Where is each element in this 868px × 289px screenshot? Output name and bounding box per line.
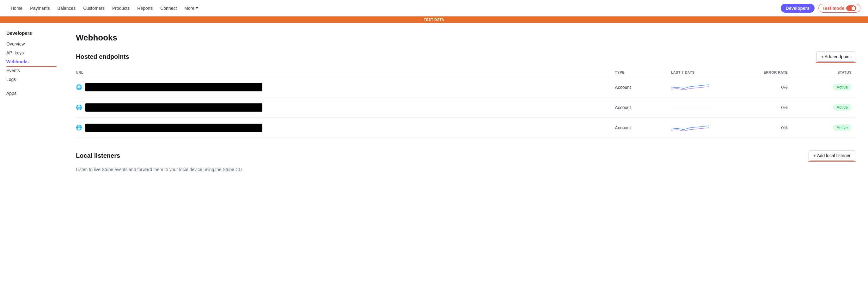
nav-balances[interactable]: Balances: [54, 4, 79, 13]
table-row[interactable]: 🌐 Account 0%: [76, 77, 855, 97]
globe-icon: 🌐: [76, 104, 82, 110]
test-data-banner: TEST DATA: [0, 17, 868, 23]
status-cell: Active: [792, 77, 855, 97]
error-rate-cell: 0%: [713, 97, 792, 118]
url-cell: 🌐: [76, 77, 615, 97]
status-cell: Active: [792, 97, 855, 118]
nav-right: Developers Test mode: [781, 4, 860, 13]
sidebar-item-logs[interactable]: Logs: [0, 75, 63, 84]
sparkline-chart: [671, 102, 709, 112]
sidebar-item-webhooks[interactable]: Webhooks: [0, 57, 63, 66]
table-row[interactable]: 🌐 Account 0%: [76, 118, 855, 138]
local-listeners-description: Listen to live Stripe events and forward…: [76, 167, 855, 172]
developers-button[interactable]: Developers: [781, 4, 814, 13]
url-bar-redacted: [85, 124, 262, 132]
local-listeners-section: Local listeners + Add local listener Lis…: [76, 150, 855, 172]
sidebar-item-events[interactable]: Events: [0, 66, 63, 75]
sidebar-item-apps[interactable]: Apps: [0, 89, 63, 98]
status-badge: Active: [833, 84, 851, 90]
local-listeners-title: Local listeners: [76, 152, 120, 160]
nav-payments[interactable]: Payments: [27, 4, 53, 13]
nav-more[interactable]: More: [181, 4, 202, 13]
status-badge: Active: [833, 124, 851, 131]
table-row[interactable]: 🌐 Account 0% Active: [76, 97, 855, 118]
nav-connect[interactable]: Connect: [157, 4, 180, 13]
nav-customers[interactable]: Customers: [80, 4, 108, 13]
test-mode-toggle[interactable]: Test mode: [818, 4, 860, 13]
sidebar-item-api-keys[interactable]: API keys: [0, 48, 63, 57]
hosted-endpoints-section: Hosted endpoints + Add endpoint URL TYPE…: [76, 52, 855, 138]
error-rate-cell: 0%: [713, 77, 792, 97]
url-cell: 🌐: [76, 97, 615, 118]
col-last7days: LAST 7 DAYS: [671, 68, 713, 77]
col-url: URL: [76, 68, 615, 77]
nav-home[interactable]: Home: [8, 4, 26, 13]
add-local-listener-button[interactable]: + Add local listener: [809, 150, 855, 161]
sparkline-cell: [671, 77, 713, 97]
webhooks-table: URL TYPE LAST 7 DAYS ERROR RATE STATUS 🌐: [76, 68, 855, 138]
chevron-down-icon: [196, 7, 198, 9]
local-listeners-header: Local listeners + Add local listener: [76, 150, 855, 161]
test-mode-switch[interactable]: [846, 5, 856, 11]
type-cell: Account: [615, 77, 671, 97]
page-title: Webhooks: [76, 33, 855, 43]
type-cell: Account: [615, 97, 671, 118]
sparkline-chart: [671, 82, 709, 92]
col-status: STATUS: [792, 68, 855, 77]
error-rate-cell: 0%: [713, 118, 792, 138]
main-content: Webhooks Hosted endpoints + Add endpoint…: [63, 23, 868, 289]
nav-products[interactable]: Products: [109, 4, 133, 13]
nav-links: Home Payments Balances Customers Product…: [8, 4, 781, 13]
type-cell: Account: [615, 118, 671, 138]
globe-icon: 🌐: [76, 124, 82, 131]
url-bar-redacted: [85, 104, 262, 112]
sparkline-chart: [671, 122, 709, 132]
globe-icon: 🌐: [76, 84, 82, 90]
hosted-endpoints-header: Hosted endpoints + Add endpoint: [76, 52, 855, 62]
add-endpoint-button[interactable]: + Add endpoint: [816, 52, 855, 62]
main-layout: Developers Overview API keys Webhooks Ev…: [0, 23, 868, 289]
sparkline-cell: [671, 118, 713, 138]
sparkline-cell: [671, 97, 713, 118]
sidebar: Developers Overview API keys Webhooks Ev…: [0, 23, 63, 289]
hosted-endpoints-title: Hosted endpoints: [76, 53, 129, 60]
col-type: TYPE: [615, 68, 671, 77]
sidebar-item-overview[interactable]: Overview: [0, 39, 63, 48]
url-bar-redacted: [85, 83, 262, 91]
col-error-rate: ERROR RATE: [713, 68, 792, 77]
status-badge: Active: [833, 104, 851, 111]
status-cell: Active: [792, 118, 855, 138]
sidebar-title: Developers: [0, 30, 63, 39]
url-cell: 🌐: [76, 118, 615, 138]
nav-reports[interactable]: Reports: [134, 4, 156, 13]
top-nav: Home Payments Balances Customers Product…: [0, 0, 868, 17]
